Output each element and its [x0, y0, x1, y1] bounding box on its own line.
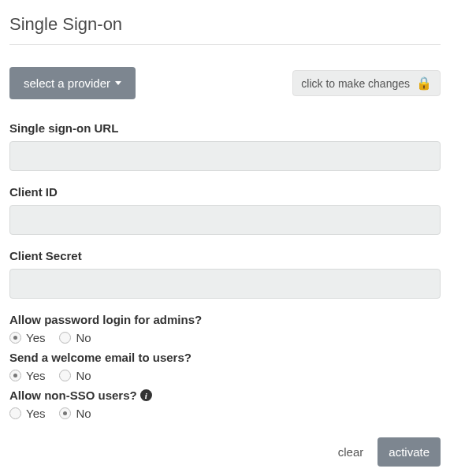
clear-button[interactable]: clear: [338, 445, 364, 459]
welcome-email-no-option[interactable]: No: [59, 369, 91, 382]
radio-label: Yes: [26, 331, 45, 344]
client-id-input[interactable]: [9, 205, 441, 235]
radio-label: Yes: [26, 407, 45, 420]
radio-icon: [9, 332, 21, 344]
radio-label: No: [76, 331, 91, 344]
admin-password-question: Allow password login for admins? Yes No: [9, 313, 441, 344]
unlock-label: click to make changes: [301, 77, 410, 90]
client-id-label: Client ID: [9, 185, 441, 199]
admin-password-no-option[interactable]: No: [59, 331, 91, 344]
chevron-down-icon: [115, 81, 121, 85]
client-secret-field-group: Client Secret: [9, 249, 441, 299]
info-icon[interactable]: i: [140, 389, 152, 401]
sso-url-input[interactable]: [9, 141, 441, 171]
non-sso-label: Allow non-SSO users?: [9, 389, 137, 402]
radio-label: Yes: [26, 369, 45, 382]
radio-label: No: [76, 369, 91, 382]
admin-password-label: Allow password login for admins?: [9, 313, 441, 326]
sso-url-field-group: Single sign-on URL: [9, 121, 441, 171]
radio-icon: [59, 332, 71, 344]
select-provider-label: select a provider: [24, 76, 110, 90]
sso-url-label: Single sign-on URL: [9, 121, 441, 135]
radio-label: No: [76, 407, 91, 420]
radio-icon: [9, 370, 21, 381]
non-sso-yes-option[interactable]: Yes: [9, 407, 45, 420]
client-secret-input[interactable]: [9, 269, 441, 299]
footer: clear activate: [9, 437, 441, 467]
select-provider-dropdown[interactable]: select a provider: [9, 67, 136, 99]
welcome-email-label: Send a welcome email to users?: [9, 351, 441, 364]
non-sso-no-option[interactable]: No: [59, 407, 91, 420]
toolbar: select a provider click to make changes …: [9, 67, 441, 99]
unlock-pill[interactable]: click to make changes 🔒: [292, 70, 441, 96]
radio-icon: [59, 370, 71, 381]
radio-icon: [59, 407, 71, 419]
activate-button[interactable]: activate: [377, 437, 441, 467]
client-secret-label: Client Secret: [9, 249, 441, 262]
lock-icon: 🔒: [416, 76, 432, 91]
client-id-field-group: Client ID: [9, 185, 441, 235]
non-sso-question: Allow non-SSO users? i Yes No: [9, 389, 441, 420]
radio-icon: [9, 407, 21, 419]
admin-password-yes-option[interactable]: Yes: [9, 331, 45, 344]
welcome-email-yes-option[interactable]: Yes: [9, 369, 45, 382]
page-title: Single Sign-on: [9, 14, 441, 45]
welcome-email-question: Send a welcome email to users? Yes No: [9, 351, 441, 382]
